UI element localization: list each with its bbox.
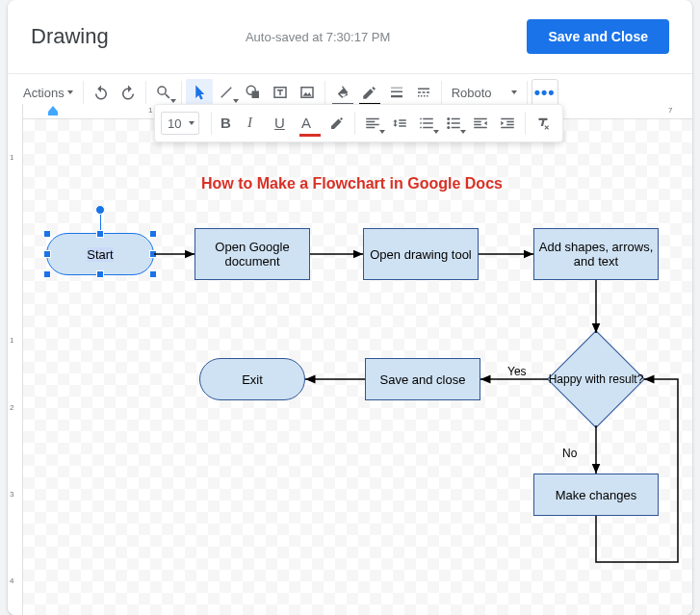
yes-label: Yes xyxy=(507,365,527,378)
no-label: No xyxy=(562,447,577,460)
cursor-icon xyxy=(191,84,208,101)
line-dash-icon xyxy=(415,84,432,101)
svg-rect-1 xyxy=(251,91,259,99)
chevron-down-icon xyxy=(433,130,439,134)
dialog-titlebar: Drawing Auto-saved at 7:30:17 PM Save an… xyxy=(8,0,692,73)
svg-marker-4 xyxy=(302,92,311,96)
svg-rect-14 xyxy=(424,95,426,97)
open-drawing-shape[interactable]: Open drawing tool xyxy=(363,228,479,280)
italic-button[interactable]: I xyxy=(243,110,270,137)
start-label: Start xyxy=(87,247,113,262)
separator xyxy=(83,81,84,104)
chevron-down-icon xyxy=(233,99,239,103)
zoom-button[interactable] xyxy=(150,79,177,106)
border-weight-button[interactable] xyxy=(383,79,410,106)
actions-menu[interactable]: Actions xyxy=(17,86,79,100)
redo-button[interactable] xyxy=(115,79,142,106)
svg-rect-5 xyxy=(391,88,402,89)
chevron-down-icon xyxy=(511,90,517,94)
more-button[interactable]: ••• xyxy=(531,79,558,106)
resize-handle[interactable] xyxy=(149,250,157,258)
highlight-button[interactable] xyxy=(324,110,350,137)
vertical-ruler: 1 1 2 3 4 xyxy=(8,104,23,615)
indent-increase-button[interactable] xyxy=(494,110,521,137)
exit-shape[interactable]: Exit xyxy=(199,358,305,400)
decision-shape[interactable]: Happy with result? xyxy=(548,331,644,427)
align-button[interactable] xyxy=(359,110,386,137)
paint-bucket-icon xyxy=(334,84,351,101)
indent-decrease-icon xyxy=(472,115,489,132)
separator xyxy=(441,81,442,104)
textbox-icon xyxy=(272,84,289,101)
bold-button[interactable]: B xyxy=(216,110,243,137)
svg-point-18 xyxy=(447,126,450,129)
flowchart-title[interactable]: How to Make a Flowchart in Google Docs xyxy=(201,175,503,192)
svg-rect-8 xyxy=(418,89,429,90)
indent-decrease-button[interactable] xyxy=(467,110,494,137)
svg-rect-10 xyxy=(422,91,425,93)
resize-handle[interactable] xyxy=(96,230,104,238)
border-color-button[interactable] xyxy=(356,79,383,106)
image-tool[interactable] xyxy=(294,79,321,106)
text-color-button[interactable]: A xyxy=(297,110,324,137)
resize-handle[interactable] xyxy=(149,270,157,278)
toolbar-floating: 10 B I U A xyxy=(154,104,563,142)
chevron-down-icon xyxy=(189,121,194,125)
bullet-list-button[interactable] xyxy=(440,110,467,137)
underline-icon: U xyxy=(274,115,292,132)
redo-icon xyxy=(119,84,137,101)
svg-rect-9 xyxy=(418,91,421,93)
clear-formatting-button[interactable] xyxy=(530,110,557,137)
font-family-select[interactable]: Roboto xyxy=(446,86,523,100)
resize-handle[interactable] xyxy=(96,270,104,278)
fill-color-button[interactable] xyxy=(329,79,356,106)
undo-icon xyxy=(92,84,110,101)
font-size-value: 10 xyxy=(168,116,181,131)
undo-button[interactable] xyxy=(88,79,115,106)
pencil-icon xyxy=(361,84,378,101)
save-and-close-button[interactable]: Save and Close xyxy=(527,19,669,54)
svg-point-17 xyxy=(447,122,450,125)
chevron-down-icon xyxy=(170,99,176,103)
select-tool[interactable] xyxy=(186,79,213,106)
save-close-shape[interactable]: Save and close xyxy=(365,358,480,400)
separator xyxy=(525,112,526,135)
separator xyxy=(181,81,182,104)
autosave-status: Auto-saved at 7:30:17 PM xyxy=(246,30,390,44)
shape-tool[interactable] xyxy=(240,79,267,106)
border-dash-button[interactable] xyxy=(410,79,437,106)
resize-handle[interactable] xyxy=(149,230,157,238)
rotate-handle[interactable] xyxy=(95,205,105,215)
decision-label: Happy with result? xyxy=(549,372,644,386)
line-tool[interactable] xyxy=(213,79,240,106)
start-shape[interactable]: Start xyxy=(46,233,154,275)
font-size-select[interactable]: 10 xyxy=(161,112,199,135)
line-weight-icon xyxy=(388,84,405,101)
font-family-label: Roboto xyxy=(452,86,492,100)
textbox-tool[interactable] xyxy=(267,79,294,106)
actions-label: Actions xyxy=(23,86,65,100)
ruler-indent-marker[interactable] xyxy=(48,106,64,117)
line-spacing-button[interactable] xyxy=(386,110,413,137)
separator xyxy=(527,81,528,104)
text-color-icon: A xyxy=(301,115,319,132)
highlight-icon xyxy=(328,115,346,132)
numbered-list-button[interactable] xyxy=(413,110,440,137)
separator xyxy=(354,112,355,135)
add-shapes-shape[interactable]: Add shapes, arrows, and text xyxy=(533,228,659,280)
resize-handle[interactable] xyxy=(43,250,51,258)
italic-icon: I xyxy=(247,115,265,132)
chevron-down-icon xyxy=(460,130,466,134)
separator xyxy=(145,81,146,104)
svg-rect-11 xyxy=(427,91,429,93)
bold-icon: B xyxy=(220,115,238,132)
make-changes-shape[interactable]: Make changes xyxy=(533,474,659,516)
svg-rect-6 xyxy=(391,91,402,93)
shape-icon xyxy=(245,84,262,101)
resize-handle[interactable] xyxy=(43,270,51,278)
chevron-down-icon xyxy=(67,90,73,94)
underline-button[interactable]: U xyxy=(270,110,297,137)
open-doc-shape[interactable]: Open Google document xyxy=(194,228,310,280)
drawing-canvas[interactable]: How to Make a Flowchart in Google Docs S… xyxy=(23,119,692,615)
resize-handle[interactable] xyxy=(43,230,51,238)
